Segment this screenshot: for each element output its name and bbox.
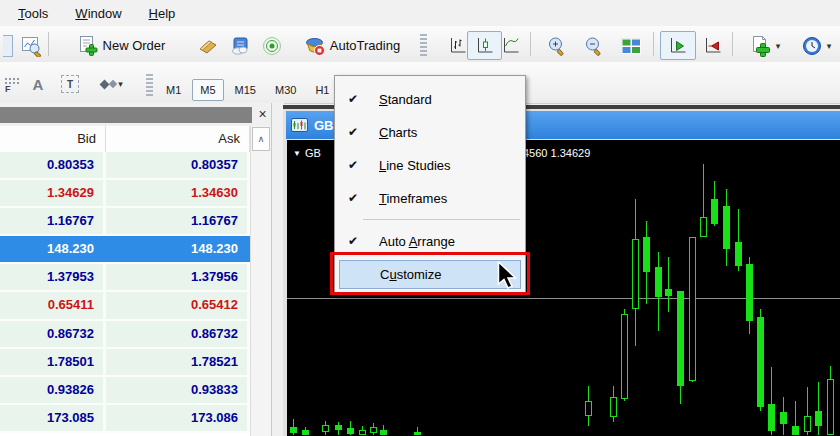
ask-value: 148.230	[106, 236, 250, 262]
market-watch-row[interactable]: 1.785011.78521	[0, 349, 250, 377]
toolbar-separator	[530, 32, 531, 56]
ask-value: 1.16767	[106, 208, 250, 234]
bid-value: 1.16767	[0, 208, 106, 234]
timeframe-bar: M1M5M15M30H1	[158, 79, 337, 101]
auto-scroll-button[interactable]	[660, 31, 696, 60]
line-chart-type-button[interactable]	[493, 31, 528, 60]
menu-item-label: Timeframes	[379, 182, 447, 215]
zoom-in-icon	[546, 35, 568, 57]
candle-body	[290, 427, 297, 433]
checkmark-icon: ✔	[348, 149, 358, 182]
new-order-button[interactable]: New Order	[55, 31, 187, 60]
menu-item-charts[interactable]: ✔Charts	[335, 116, 525, 149]
ask-value: 1.37956	[106, 264, 250, 290]
market-watch-title-bar[interactable]	[0, 107, 252, 123]
depth-of-market-button[interactable]	[190, 31, 226, 60]
mouse-cursor-icon	[497, 261, 519, 291]
indicators-button[interactable]: F	[2, 73, 22, 95]
menu-item-standard[interactable]: ✔Standard	[335, 83, 525, 116]
candle-body	[302, 430, 309, 435]
market-watch-row[interactable]: 1.167671.16767	[0, 208, 250, 236]
chart-symbol-label[interactable]: ▼ GB	[293, 147, 321, 159]
menu-bar: ToolsWindowHelp	[0, 0, 840, 27]
toolbar-drag-handle[interactable]	[146, 72, 153, 96]
zoom-in-button[interactable]	[539, 31, 575, 60]
menu-item-timeframes[interactable]: ✔Timeframes	[335, 182, 525, 215]
toolbar-drag-handle[interactable]	[420, 32, 427, 56]
market-watch-panel: × Bid Ask ∧ 0.803530.803571.346291.34630…	[0, 103, 271, 436]
autotrading-button[interactable]: AutoTrading	[288, 31, 416, 60]
arrows-button[interactable]: ▾	[94, 73, 130, 95]
market-watch-row[interactable]: 148.230148.230	[0, 236, 250, 264]
menu-help[interactable]: Help	[149, 6, 176, 21]
tile-windows-button[interactable]	[612, 31, 650, 60]
zoom-out-button[interactable]	[576, 31, 612, 60]
periods-button[interactable]: ▾	[790, 31, 840, 60]
candle-body	[792, 426, 799, 435]
journal-icon	[197, 35, 219, 57]
column-header-bid[interactable]: Bid	[0, 126, 106, 152]
metatrader-app-window: { "menu_bar": { "items": [ {"pre": "", "…	[0, 0, 840, 436]
strategy-tester-button[interactable]	[14, 31, 49, 60]
text-label-button[interactable]: T	[59, 73, 81, 95]
market-watch-row[interactable]: 173.085173.086	[0, 405, 250, 433]
scroll-up-icon[interactable]: ∧	[252, 127, 270, 151]
new-order-label: New Order	[103, 38, 166, 53]
market-button[interactable]	[222, 31, 258, 60]
menu-item-line-studies[interactable]: ✔Line Studies	[335, 149, 525, 182]
cloud-cube-icon	[229, 35, 251, 57]
toolbar-separator	[48, 32, 49, 56]
menu-window[interactable]: Window	[75, 6, 121, 21]
text-t-icon: T	[61, 75, 79, 93]
auto-scroll-icon	[667, 35, 689, 57]
market-watch-row[interactable]: 1.379531.37956	[0, 264, 250, 292]
scrollbar[interactable]: ∧	[250, 126, 272, 436]
timeframe-m5[interactable]: M5	[192, 79, 223, 101]
close-icon[interactable]: ×	[254, 105, 271, 123]
signals-icon	[261, 35, 283, 57]
chart-magnifier-icon	[21, 35, 43, 57]
candle-body	[815, 411, 822, 426]
new-chart-button[interactable]: ▾	[740, 31, 790, 60]
candle-body	[665, 289, 672, 296]
market-watch-row[interactable]: 0.867320.86732	[0, 321, 250, 349]
timeframe-m15[interactable]: M15	[227, 79, 264, 101]
zoom-out-icon	[583, 35, 605, 57]
timeframe-m30[interactable]: M30	[267, 79, 304, 101]
ohlc-price-info: 4560 1.34629	[523, 147, 590, 159]
timeframe-h1[interactable]: H1	[307, 79, 337, 101]
chevron-down-icon: ▾	[827, 41, 832, 51]
candle-body	[827, 379, 834, 435]
candle-body	[723, 206, 730, 249]
autotrading-icon	[304, 35, 326, 57]
timeframe-m1[interactable]: M1	[158, 79, 189, 101]
menu-separator	[335, 215, 525, 225]
bid-value: 1.34629	[0, 180, 106, 206]
candle-body	[677, 291, 684, 386]
bid-value: 1.37953	[0, 264, 106, 290]
column-header-ask[interactable]: Ask	[106, 126, 250, 152]
signals-button[interactable]	[254, 31, 290, 60]
menu-tools[interactable]: Tools	[18, 6, 48, 21]
market-watch-row[interactable]: 0.654110.65412	[0, 292, 250, 320]
ask-value: 0.80357	[106, 152, 250, 178]
bid-value: 148.230	[0, 236, 106, 262]
cursor-mode-button[interactable]: A	[29, 73, 47, 95]
market-watch-row[interactable]: 1.346291.34630	[0, 180, 250, 208]
toolbar-separator	[653, 32, 654, 56]
checkmark-icon: ✔	[348, 83, 358, 116]
market-watch-row[interactable]: 0.938260.93833	[0, 377, 250, 405]
clock-icon	[801, 35, 823, 57]
menu-item-label: Charts	[379, 116, 417, 149]
market-watch-row[interactable]: 0.803530.80357	[0, 152, 250, 180]
symbol-dropdown-icon: ▼	[293, 149, 301, 158]
candle-body	[757, 317, 764, 407]
candle-body	[359, 430, 366, 435]
candle-body	[610, 397, 617, 417]
chart-shift-button[interactable]	[695, 31, 731, 60]
checkmark-icon: ✔	[348, 182, 358, 215]
candle-body	[804, 416, 811, 432]
ask-value: 1.34630	[106, 180, 250, 206]
candle-body	[621, 314, 628, 399]
candle-body	[643, 237, 650, 272]
